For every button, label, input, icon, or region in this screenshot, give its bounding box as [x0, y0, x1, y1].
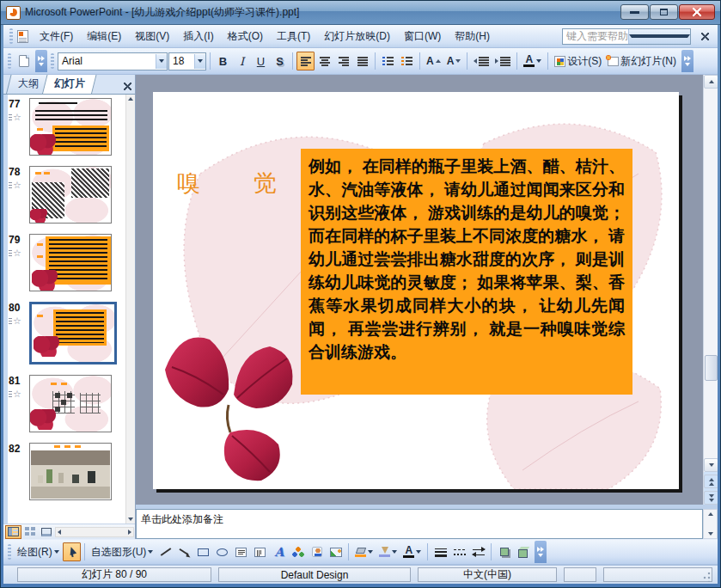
red-leaves-image[interactable] [156, 322, 307, 486]
increase-indent-button[interactable] [492, 52, 513, 70]
text-shadow-button[interactable]: S [271, 52, 289, 70]
normal-view-button[interactable] [5, 525, 21, 539]
menu-file[interactable]: 文件(F) [34, 27, 79, 46]
rectangle-tool-button[interactable] [194, 542, 212, 561]
menu-format[interactable]: 格式(O) [222, 27, 269, 46]
slide-thumbnail-row-81[interactable]: 81 ☆ [9, 375, 135, 432]
slide-thumbnail[interactable] [29, 166, 112, 224]
increase-font-button[interactable]: A [424, 52, 443, 70]
help-search-input[interactable]: 键入需要帮助的问题 [562, 28, 691, 45]
drawbar-overflow[interactable] [535, 541, 547, 563]
thumbnails-scrollbar[interactable] [125, 95, 135, 524]
dash-style-button[interactable] [450, 542, 468, 561]
slide-thumbnail[interactable] [29, 234, 112, 291]
menubar-grip[interactable] [9, 28, 13, 44]
slide-canvas[interactable]: 嗅觉 例如， 在同样的瓶子里装上酒、醋、桔汁、水、汽油等液体， 请幼儿通过闻闻来… [153, 92, 679, 489]
animation-star-icon[interactable]: ☆ [9, 113, 29, 121]
toolbar-overflow-2[interactable] [681, 50, 694, 72]
threed-style-button[interactable] [514, 542, 532, 561]
previous-slide-button[interactable] [704, 475, 718, 488]
help-dropdown-button[interactable] [628, 29, 691, 44]
animation-star-icon[interactable]: ☆ [9, 389, 29, 398]
align-justify-button[interactable] [353, 52, 371, 70]
notes-scrollbar[interactable] [703, 509, 718, 539]
menu-help[interactable]: 帮助(H) [449, 27, 496, 46]
decrease-indent-button[interactable] [471, 52, 492, 70]
slide-thumbnail-row-82[interactable]: 82 [9, 443, 135, 500]
animation-star-icon[interactable]: ☆ [9, 316, 29, 325]
clip-art-button[interactable] [308, 542, 326, 561]
slide-thumbnail[interactable] [29, 375, 112, 432]
pane-close-icon[interactable] [124, 83, 131, 90]
text-box-button[interactable] [232, 542, 250, 561]
shadow-style-button[interactable] [495, 542, 513, 561]
insert-picture-button[interactable] [327, 542, 345, 561]
resize-grip-icon[interactable] [700, 572, 711, 582]
slide-thumbnail-row-80[interactable]: 80 ☆ [9, 302, 135, 364]
slide-thumbnail-row-79[interactable]: 79 ☆ [9, 234, 135, 291]
slide-body-textbox[interactable]: 例如， 在同样的瓶子里装上酒、醋、桔汁、水、汽油等液体， 请幼儿通过闻闻来区分和… [301, 149, 632, 395]
notes-input[interactable]: 单击此处添加备注 [136, 509, 703, 539]
select-objects-button[interactable] [63, 542, 81, 561]
font-name-dropdown[interactable] [156, 54, 167, 69]
menubar-close-icon[interactable] [701, 33, 709, 40]
scroll-down-button[interactable] [704, 458, 718, 472]
line-tool-button[interactable] [156, 542, 174, 561]
draw-font-color-button[interactable]: A [400, 542, 424, 561]
scroll-right-icon[interactable] [128, 530, 131, 535]
tab-slides[interactable]: 幻灯片 [42, 75, 97, 94]
scroll-up-icon[interactable] [708, 512, 713, 516]
drawbar-grip[interactable] [8, 544, 11, 560]
font-size-combobox[interactable]: 18 [168, 52, 206, 70]
scrollbar-thumb[interactable] [705, 355, 718, 381]
toolbar-grip-1[interactable] [8, 53, 11, 69]
wordart-button[interactable]: A [270, 542, 288, 561]
fill-color-button[interactable] [352, 542, 376, 561]
document-icon[interactable] [17, 30, 28, 43]
language-indicator[interactable]: 中文(中国) [418, 567, 557, 582]
align-right-button[interactable] [334, 52, 352, 70]
menu-edit[interactable]: 编辑(E) [81, 27, 127, 46]
slide-thumbnail-row-78[interactable]: 78 ☆ [9, 166, 135, 224]
vertical-scrollbar[interactable] [703, 75, 718, 505]
font-color-button[interactable]: A [521, 52, 544, 70]
menu-insert[interactable]: 插入(I) [177, 27, 219, 46]
slide-thumbnail-selected[interactable] [29, 302, 117, 364]
numbered-list-button[interactable] [379, 52, 397, 70]
slide-design-button[interactable]: 设计(S) [552, 52, 604, 70]
line-color-button[interactable] [376, 542, 400, 561]
bullet-list-button[interactable] [398, 52, 416, 70]
slide-thumbnail-row-77[interactable]: 77 ☆ [9, 98, 135, 156]
oval-tool-button[interactable] [213, 542, 231, 561]
arrow-tool-button[interactable] [175, 542, 193, 561]
italic-button[interactable]: I [233, 52, 251, 70]
arrow-style-button[interactable] [469, 542, 487, 561]
animation-star-icon[interactable]: ☆ [9, 181, 29, 189]
vertical-text-box-button[interactable] [251, 542, 269, 561]
animation-star-icon[interactable]: ☆ [9, 248, 29, 257]
underline-button[interactable]: U [252, 52, 270, 70]
scroll-left-icon[interactable] [58, 530, 61, 535]
close-button[interactable] [679, 4, 715, 20]
bold-button[interactable]: B [214, 52, 232, 70]
slide-sorter-view-button[interactable] [21, 525, 38, 539]
new-presentation-button[interactable] [15, 52, 33, 70]
scroll-up-icon[interactable] [128, 97, 133, 101]
menu-tools[interactable]: 工具(T) [271, 27, 316, 46]
menu-slideshow[interactable]: 幻灯片放映(D) [318, 27, 396, 46]
align-left-button[interactable] [296, 52, 315, 70]
toolbar-overflow-1[interactable] [35, 50, 47, 72]
scroll-down-icon[interactable] [128, 518, 133, 521]
toolbar-grip-2[interactable] [51, 53, 54, 69]
autoshapes-menu-button[interactable]: 自选图形(U) [89, 542, 156, 561]
decrease-font-button[interactable]: A [444, 52, 464, 70]
line-style-button[interactable] [431, 542, 449, 561]
font-size-dropdown[interactable] [194, 54, 205, 69]
minimize-button[interactable] [620, 4, 649, 20]
slide-thumbnail[interactable] [29, 98, 112, 156]
font-name-combobox[interactable]: Arial [58, 52, 168, 70]
menu-view[interactable]: 视图(V) [129, 27, 175, 46]
next-slide-button[interactable] [704, 491, 718, 505]
draw-menu-button[interactable]: 绘图(R) [15, 542, 62, 561]
horizontal-scrollbar[interactable] [55, 527, 134, 537]
